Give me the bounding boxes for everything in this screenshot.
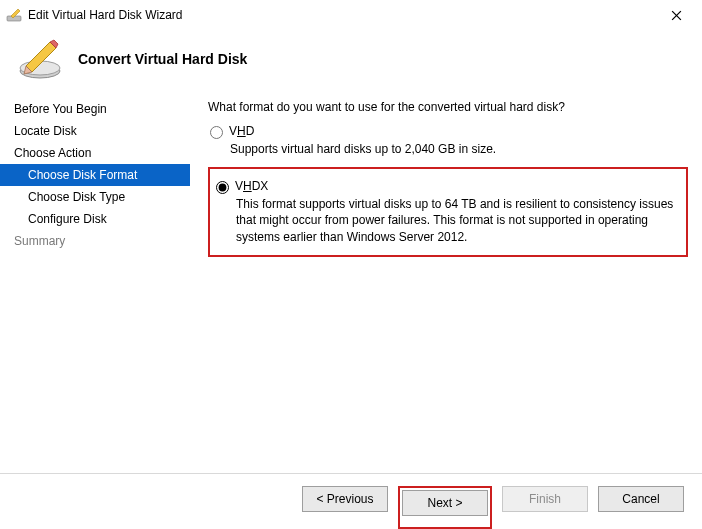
radio-vhdx[interactable] — [216, 181, 229, 194]
titlebar: Edit Virtual Hard Disk Wizard — [0, 0, 702, 30]
option-vhdx-desc: This format supports virtual disks up to… — [236, 196, 680, 245]
wizard-body: Before You Begin Locate Disk Choose Acti… — [0, 94, 702, 456]
next-button[interactable]: Next > — [402, 490, 488, 516]
option-vhd[interactable]: VHD — [208, 124, 688, 139]
window-title: Edit Virtual Hard Disk Wizard — [28, 8, 656, 22]
footer: < Previous Next > Finish Cancel — [0, 473, 702, 529]
content-panel: What format do you want to use for the c… — [190, 94, 702, 456]
annotation-highlight-vhdx: VHDX This format supports virtual disks … — [208, 167, 688, 257]
sidebar: Before You Begin Locate Disk Choose Acti… — [0, 94, 190, 456]
previous-button[interactable]: < Previous — [302, 486, 388, 512]
cancel-button[interactable]: Cancel — [598, 486, 684, 512]
finish-button: Finish — [502, 486, 588, 512]
sidebar-item-locate-disk[interactable]: Locate Disk — [0, 120, 190, 142]
annotation-highlight-next: Next > — [398, 486, 492, 529]
sidebar-item-before-you-begin[interactable]: Before You Begin — [0, 98, 190, 120]
option-vhdx-label: VHDX — [235, 179, 268, 193]
page-title: Convert Virtual Hard Disk — [78, 51, 247, 67]
sidebar-item-choose-disk-type[interactable]: Choose Disk Type — [0, 186, 190, 208]
option-vhdx[interactable]: VHDX — [214, 179, 680, 194]
disk-pencil-icon — [16, 38, 64, 80]
option-vhd-label: VHD — [229, 124, 254, 138]
close-button[interactable] — [656, 0, 696, 30]
app-icon — [6, 7, 22, 23]
option-vhd-desc: Supports virtual hard disks up to 2,040 … — [230, 141, 688, 157]
sidebar-item-summary[interactable]: Summary — [0, 230, 190, 252]
sidebar-item-choose-action[interactable]: Choose Action — [0, 142, 190, 164]
radio-vhd[interactable] — [210, 126, 223, 139]
sidebar-item-configure-disk[interactable]: Configure Disk — [0, 208, 190, 230]
wizard-header: Convert Virtual Hard Disk — [0, 30, 702, 94]
sidebar-item-choose-disk-format[interactable]: Choose Disk Format — [0, 164, 190, 186]
prompt-text: What format do you want to use for the c… — [208, 100, 688, 114]
